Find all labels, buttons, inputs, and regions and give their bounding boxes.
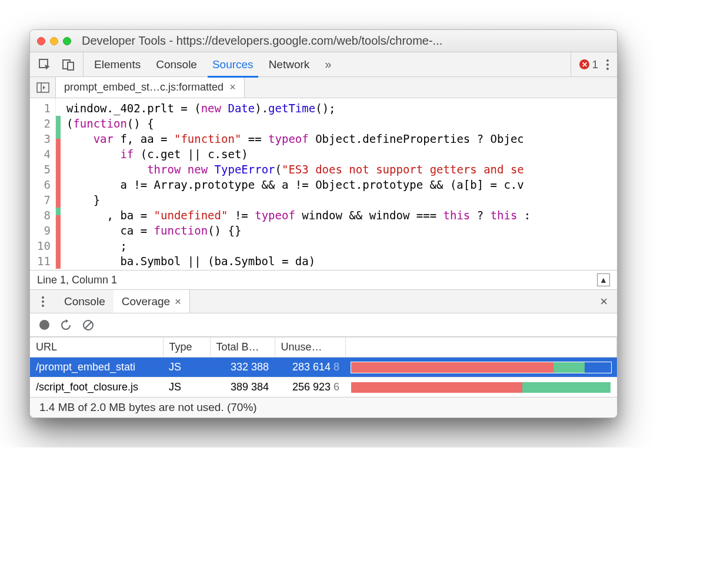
traffic-lights	[37, 37, 71, 45]
svg-line-6	[85, 322, 92, 329]
coverage-col-4[interactable]	[345, 338, 617, 358]
drawer-tab-coverage[interactable]: Coverage×	[114, 290, 191, 313]
coverage-col-2[interactable]: Total B…	[210, 338, 275, 358]
close-drawer-icon[interactable]: ×	[591, 294, 617, 309]
devtools-window: Developer Tools - https://developers.goo…	[29, 29, 618, 418]
code-content: window._402.prlt = (new Date).getTime();…	[61, 98, 538, 270]
error-count: 1	[592, 58, 598, 71]
coverage-row[interactable]: /prompt_embed_statiJS332 388283 614 8	[30, 358, 617, 377]
drawer-more-icon[interactable]	[30, 296, 56, 307]
file-tab-label: prompt_embed_st…c.js:formatted	[64, 81, 224, 93]
coverage-col-1[interactable]: Type	[163, 338, 210, 358]
coverage-col-3[interactable]: Unuse…	[275, 338, 345, 358]
zoom-window-button[interactable]	[63, 37, 71, 45]
coverage-header-row: URLTypeTotal B…Unuse…	[30, 338, 617, 358]
coverage-gutter	[56, 98, 61, 270]
error-badge[interactable]: ✕ 1	[579, 58, 598, 71]
file-tab-bar: prompt_embed_st…c.js:formatted ×	[30, 77, 617, 98]
file-tab[interactable]: prompt_embed_st…c.js:formatted ×	[56, 77, 245, 98]
cursor-position: Line 1, Column 1	[37, 274, 117, 286]
editor-status-bar: Line 1, Column 1 ▲	[30, 270, 617, 290]
panel-tabs: ElementsConsoleSourcesNetwork»	[84, 58, 571, 71]
minimize-window-button[interactable]	[50, 37, 58, 45]
panel-tab-console[interactable]: Console	[156, 58, 197, 71]
code-editor[interactable]: 1234567891011 window._402.prlt = (new Da…	[30, 98, 617, 270]
reload-icon[interactable]	[60, 319, 72, 331]
more-menu-icon[interactable]	[606, 59, 609, 70]
inspect-element-icon[interactable]	[38, 58, 51, 71]
drawer-tab-console[interactable]: Console	[56, 290, 114, 313]
window-title: Developer Tools - https://developers.goo…	[82, 34, 442, 48]
close-window-button[interactable]	[37, 37, 45, 45]
navigator-toggle-icon[interactable]	[30, 77, 56, 98]
clear-icon[interactable]	[82, 319, 94, 331]
error-icon: ✕	[579, 59, 589, 69]
device-toggle-icon[interactable]	[62, 58, 75, 71]
close-drawer-tab-icon[interactable]: ×	[175, 295, 181, 308]
coverage-toolbar	[30, 313, 617, 337]
titlebar: Developer Tools - https://developers.goo…	[30, 30, 617, 52]
drawer-tab-bar: ConsoleCoverage× ×	[30, 290, 617, 313]
panel-tab-network[interactable]: Network	[269, 58, 310, 71]
coverage-summary: 1.4 MB of 2.0 MB bytes are not used. (70…	[30, 397, 617, 417]
line-gutter: 1234567891011	[30, 98, 56, 270]
main-toolbar: ElementsConsoleSourcesNetwork» ✕ 1	[30, 52, 617, 77]
overflow-tabs-icon[interactable]: »	[325, 58, 331, 71]
panel-tab-sources[interactable]: Sources	[212, 58, 254, 71]
close-file-tab-icon[interactable]: ×	[229, 81, 236, 93]
coverage-row[interactable]: /script_foot_closure.jsJS389 384256 923 …	[30, 377, 617, 397]
record-button[interactable]	[39, 320, 49, 330]
coverage-table: URLTypeTotal B…Unuse… /prompt_embed_stat…	[30, 337, 617, 397]
collapse-drawer-icon[interactable]: ▲	[597, 273, 610, 286]
svg-rect-2	[68, 62, 74, 70]
coverage-col-0[interactable]: URL	[30, 338, 163, 358]
panel-tab-elements[interactable]: Elements	[94, 58, 141, 71]
